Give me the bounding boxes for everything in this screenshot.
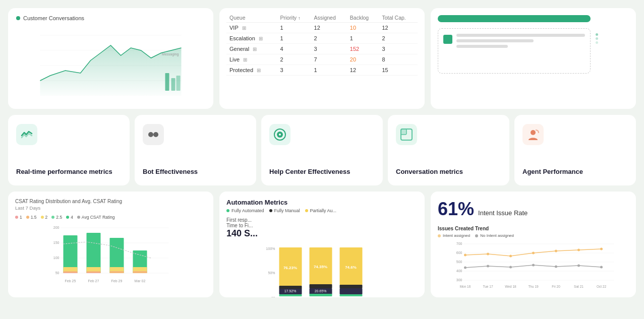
csat-chart-area: 200 150 100 50 (15, 223, 206, 288)
csat-card: CSAT Rating Distribution and Avg. CSAT R… (8, 192, 213, 297)
col-backlog: Backlog (347, 13, 379, 23)
queue-priority: 3 (277, 65, 311, 76)
svg-text:20.65%: 20.65% (315, 289, 327, 293)
intent-chart-area: 700 600 500 400 300 (438, 240, 629, 292)
svg-text:600: 600 (456, 251, 462, 254)
legend-item-1: 1 (15, 215, 22, 220)
auto-dot-manual (269, 209, 272, 212)
svg-point-73 (464, 254, 466, 257)
table-row: Escalation ⊞ 1 2 1 2 (226, 33, 418, 44)
col-priority: Priority ↑ (277, 13, 311, 23)
svg-text:150: 150 (53, 241, 60, 244)
feature-card-bot[interactable]: Bot Effectiveness (135, 115, 256, 185)
main-grid: Customer Conversations (8, 8, 636, 297)
intent-label: Intent Issue Rate (478, 209, 528, 217)
queue-priority: 4 (277, 44, 311, 54)
svg-rect-38 (133, 271, 147, 273)
svg-text:76.23%: 76.23% (283, 266, 297, 270)
svg-text:500: 500 (456, 260, 462, 264)
queue-assigned: 7 (311, 54, 347, 65)
feature-card-agent[interactable]: Agent Performance (514, 115, 636, 185)
legend-label-1: 1 (20, 215, 22, 220)
auto-legend-fully: Fully Automated (226, 208, 264, 213)
queue-assigned: 1 (311, 65, 347, 76)
svg-text:Wed 18: Wed 18 (505, 285, 516, 288)
intent-dot-no-intent (475, 234, 478, 237)
col-assigned: Assigned (311, 13, 347, 23)
legend-dot-3 (41, 216, 44, 219)
csat-bar-chart: 200 150 100 50 (15, 223, 206, 288)
queue-total: 15 (379, 65, 418, 76)
legend-dot-2 (26, 216, 29, 219)
csat-legend: 1 1.5 2 2.5 4 (15, 215, 206, 220)
queue-total: 3 (379, 44, 418, 54)
svg-point-74 (487, 253, 489, 256)
legend-dot-avg (77, 216, 80, 219)
ui-mockup-card (431, 8, 636, 109)
legend-dot-1 (15, 216, 18, 219)
helpcenter-title: Help Center Effectiveness (269, 168, 375, 176)
legend-item-avg: Avg CSAT Rating (77, 215, 115, 220)
svg-text:Fri 20: Fri 20 (552, 285, 560, 288)
queue-total: 8 (379, 54, 418, 65)
time-value: 140 S... (226, 228, 258, 239)
bot-icon-container (143, 124, 164, 145)
svg-text:Thu 19: Thu 19 (528, 285, 539, 288)
feature-card-conversation[interactable]: Conversation metrics (388, 115, 509, 185)
line-chart-area: Messaging (16, 25, 205, 96)
auto-legend-manual: Fully Manual (269, 208, 300, 213)
svg-rect-48 (279, 294, 302, 296)
svg-rect-60 (340, 294, 363, 296)
svg-rect-59 (340, 288, 363, 294)
svg-point-85 (577, 265, 580, 267)
svg-rect-5 (171, 78, 175, 91)
legend-dot-4 (51, 216, 54, 219)
col-queue: Queue (226, 13, 277, 23)
decorative-dot (596, 37, 598, 40)
intent-legend-assigned: Intent assigned (438, 233, 470, 238)
queue-name: VIP ⊞ (226, 23, 277, 33)
feature-cards-row: Real-time performance metrics Bot Effect… (8, 115, 636, 185)
issues-title: Issues Created Trend (438, 226, 629, 231)
agent-icon-container (522, 124, 544, 145)
automation-title: Automation Metrics (226, 199, 418, 206)
first-resp-label: First resp... (226, 217, 258, 223)
auto-dot-partial (305, 209, 308, 212)
legend-label-avg: Avg CSAT Rating (82, 215, 115, 220)
legend-label-2: 1.5 (31, 215, 37, 220)
svg-text:74.6%: 74.6% (345, 265, 357, 270)
auto-dot-fully (226, 209, 229, 212)
svg-text:Mar 02: Mar 02 (135, 279, 146, 283)
intent-label-no-intent: No Intent assigned (480, 233, 514, 238)
svg-rect-35 (110, 271, 124, 273)
realtime-icon (21, 129, 33, 141)
realtime-title: Real-time performance metrics (16, 168, 122, 176)
queue-name: Escalation ⊞ (226, 33, 277, 44)
queue-total: 12 (379, 23, 418, 33)
svg-point-80 (464, 267, 466, 269)
time-label: Time to Fi... (226, 223, 258, 228)
decorative-dot (596, 41, 598, 44)
col-total-cap: Total Cap. (379, 13, 418, 23)
legend-label-5: 4 (71, 215, 73, 220)
intent-percent: 61% (438, 199, 474, 220)
helpcenter-icon (273, 128, 286, 141)
legend-item-3: 2 (41, 215, 48, 220)
table-row: General ⊞ 4 3 152 3 (226, 44, 418, 54)
svg-point-75 (509, 255, 512, 258)
mockup-square-icon (443, 35, 452, 44)
auto-label-fully: Fully Automated (231, 208, 264, 213)
legend-label-3: 2 (45, 215, 48, 220)
line-chart-svg: Messaging (16, 25, 205, 96)
conversation-icon-container (396, 124, 417, 145)
svg-point-83 (532, 264, 535, 267)
queue-priority: 2 (277, 54, 311, 65)
svg-text:100%: 100% (266, 247, 275, 250)
automation-legend: Fully Automated Fully Manual Partially A… (226, 208, 418, 213)
svg-text:100: 100 (53, 256, 60, 260)
svg-text:Feb 29: Feb 29 (111, 279, 123, 283)
svg-point-78 (577, 249, 580, 251)
feature-card-realtime[interactable]: Real-time performance metrics (8, 115, 130, 185)
queue-assigned: 2 (311, 33, 347, 44)
feature-card-helpcenter[interactable]: Help Center Effectiveness (261, 115, 383, 185)
